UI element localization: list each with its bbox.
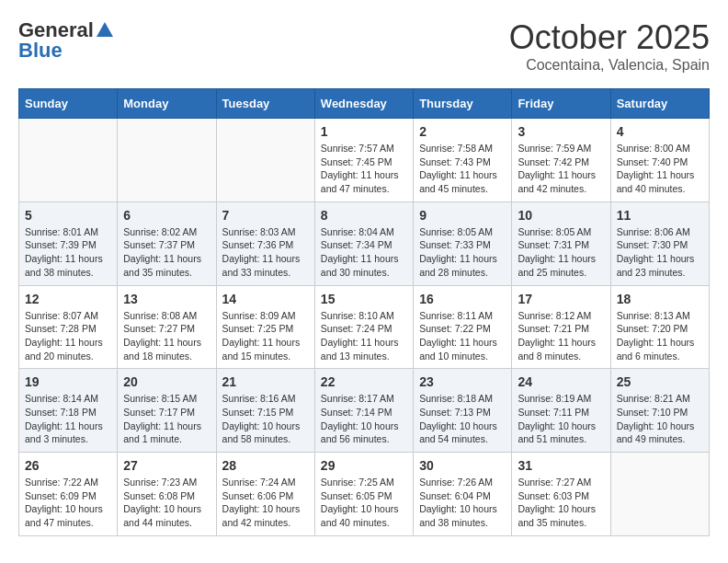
weekday-header-monday: Monday xyxy=(118,89,216,119)
weekday-header-friday: Friday xyxy=(512,89,610,119)
day-number: 17 xyxy=(518,292,604,306)
day-info: Sunrise: 7:26 AMSunset: 6:04 PMDaylight:… xyxy=(419,476,506,530)
day-number: 24 xyxy=(518,374,604,389)
day-info: Sunrise: 7:59 AMSunset: 7:42 PMDaylight:… xyxy=(518,142,604,196)
calendar-cell: 28Sunrise: 7:24 AMSunset: 6:06 PMDayligh… xyxy=(216,453,314,536)
day-info: Sunrise: 8:18 AMSunset: 7:13 PMDaylight:… xyxy=(419,392,506,446)
calendar-cell: 29Sunrise: 7:25 AMSunset: 6:05 PMDayligh… xyxy=(314,453,413,536)
calendar-cell: 8Sunrise: 8:04 AMSunset: 7:34 PMDaylight… xyxy=(314,201,413,285)
calendar-cell: 12Sunrise: 8:07 AMSunset: 7:28 PMDayligh… xyxy=(19,285,118,369)
weekday-header-wednesday: Wednesday xyxy=(314,89,413,119)
day-number: 20 xyxy=(123,374,210,389)
calendar-cell: 23Sunrise: 8:18 AMSunset: 7:13 PMDayligh… xyxy=(414,369,512,453)
day-number: 9 xyxy=(419,208,506,223)
day-number: 18 xyxy=(617,292,703,306)
calendar-cell: 20Sunrise: 8:15 AMSunset: 7:17 PMDayligh… xyxy=(118,369,216,453)
location-subtitle: Cocentaina, Valencia, Spain xyxy=(509,57,710,74)
svg-marker-0 xyxy=(97,22,113,37)
day-number: 27 xyxy=(123,458,210,473)
calendar-cell: 11Sunrise: 8:06 AMSunset: 7:30 PMDayligh… xyxy=(610,201,709,285)
calendar-cell xyxy=(610,453,709,536)
calendar-cell: 27Sunrise: 7:23 AMSunset: 6:08 PMDayligh… xyxy=(118,453,216,536)
logo-blue-text: Blue xyxy=(18,39,63,63)
month-title: October 2025 xyxy=(509,18,710,57)
day-info: Sunrise: 7:24 AMSunset: 6:06 PMDaylight:… xyxy=(222,476,309,530)
day-number: 15 xyxy=(321,292,407,306)
calendar-cell: 25Sunrise: 8:21 AMSunset: 7:10 PMDayligh… xyxy=(610,369,709,453)
day-number: 31 xyxy=(518,458,604,473)
day-info: Sunrise: 8:14 AMSunset: 7:18 PMDaylight:… xyxy=(25,392,111,446)
calendar-cell: 21Sunrise: 8:16 AMSunset: 7:15 PMDayligh… xyxy=(216,369,314,453)
day-number: 28 xyxy=(222,458,309,473)
calendar-cell: 14Sunrise: 8:09 AMSunset: 7:25 PMDayligh… xyxy=(216,285,314,369)
calendar-cell: 6Sunrise: 8:02 AMSunset: 7:37 PMDaylight… xyxy=(118,201,216,285)
day-number: 29 xyxy=(321,458,407,473)
day-number: 8 xyxy=(321,208,407,223)
calendar-cell: 7Sunrise: 8:03 AMSunset: 7:36 PMDaylight… xyxy=(216,201,314,285)
day-info: Sunrise: 8:21 AMSunset: 7:10 PMDaylight:… xyxy=(617,392,703,446)
calendar-cell: 4Sunrise: 8:00 AMSunset: 7:40 PMDaylight… xyxy=(610,119,709,202)
calendar-cell: 26Sunrise: 7:22 AMSunset: 6:09 PMDayligh… xyxy=(19,453,118,536)
calendar-cell: 22Sunrise: 8:17 AMSunset: 7:14 PMDayligh… xyxy=(314,369,413,453)
day-info: Sunrise: 8:13 AMSunset: 7:20 PMDaylight:… xyxy=(617,309,703,363)
day-number: 11 xyxy=(617,208,703,223)
day-info: Sunrise: 8:03 AMSunset: 7:36 PMDaylight:… xyxy=(222,225,309,280)
calendar-cell: 3Sunrise: 7:59 AMSunset: 7:42 PMDaylight… xyxy=(512,119,610,202)
day-number: 10 xyxy=(518,208,604,223)
day-number: 7 xyxy=(222,208,309,223)
weekday-header-sunday: Sunday xyxy=(19,89,118,119)
calendar-cell xyxy=(19,119,118,202)
weekday-header-saturday: Saturday xyxy=(610,89,709,119)
day-info: Sunrise: 7:25 AMSunset: 6:05 PMDaylight:… xyxy=(321,476,407,530)
logo-icon xyxy=(95,20,115,40)
title-area: October 2025 Cocentaina, Valencia, Spain xyxy=(509,18,710,74)
calendar-cell: 16Sunrise: 8:11 AMSunset: 7:22 PMDayligh… xyxy=(414,285,512,369)
day-number: 4 xyxy=(617,124,703,139)
day-info: Sunrise: 8:07 AMSunset: 7:28 PMDaylight:… xyxy=(25,309,111,363)
day-info: Sunrise: 7:57 AMSunset: 7:45 PMDaylight:… xyxy=(321,142,407,196)
day-number: 3 xyxy=(518,124,604,139)
day-info: Sunrise: 8:19 AMSunset: 7:11 PMDaylight:… xyxy=(518,392,604,446)
calendar-cell: 18Sunrise: 8:13 AMSunset: 7:20 PMDayligh… xyxy=(610,285,709,369)
day-number: 22 xyxy=(321,374,407,389)
day-number: 21 xyxy=(222,374,309,389)
day-info: Sunrise: 8:17 AMSunset: 7:14 PMDaylight:… xyxy=(321,392,407,446)
calendar-table: SundayMondayTuesdayWednesdayThursdayFrid… xyxy=(18,88,710,536)
day-info: Sunrise: 8:05 AMSunset: 7:31 PMDaylight:… xyxy=(518,225,604,280)
day-info: Sunrise: 8:09 AMSunset: 7:25 PMDaylight:… xyxy=(222,309,309,363)
day-number: 25 xyxy=(617,374,703,389)
day-info: Sunrise: 8:08 AMSunset: 7:27 PMDaylight:… xyxy=(123,309,210,363)
calendar-cell: 24Sunrise: 8:19 AMSunset: 7:11 PMDayligh… xyxy=(512,369,610,453)
day-number: 19 xyxy=(25,374,111,389)
calendar-week-row: 1Sunrise: 7:57 AMSunset: 7:45 PMDaylight… xyxy=(19,119,710,202)
day-info: Sunrise: 7:23 AMSunset: 6:08 PMDaylight:… xyxy=(123,476,210,530)
calendar-cell: 9Sunrise: 8:05 AMSunset: 7:33 PMDaylight… xyxy=(414,201,512,285)
day-number: 13 xyxy=(123,292,210,306)
calendar-week-row: 19Sunrise: 8:14 AMSunset: 7:18 PMDayligh… xyxy=(19,369,710,453)
logo: General Blue xyxy=(18,18,116,63)
day-info: Sunrise: 8:04 AMSunset: 7:34 PMDaylight:… xyxy=(321,225,407,280)
day-number: 23 xyxy=(419,374,506,389)
day-info: Sunrise: 8:10 AMSunset: 7:24 PMDaylight:… xyxy=(321,309,407,363)
day-number: 12 xyxy=(25,292,111,306)
day-number: 14 xyxy=(222,292,309,306)
day-number: 6 xyxy=(123,208,210,223)
day-info: Sunrise: 8:12 AMSunset: 7:21 PMDaylight:… xyxy=(518,309,604,363)
day-number: 5 xyxy=(25,208,111,223)
calendar-cell: 19Sunrise: 8:14 AMSunset: 7:18 PMDayligh… xyxy=(19,369,118,453)
weekday-header-thursday: Thursday xyxy=(414,89,512,119)
calendar-cell: 10Sunrise: 8:05 AMSunset: 7:31 PMDayligh… xyxy=(512,201,610,285)
weekday-header-row: SundayMondayTuesdayWednesdayThursdayFrid… xyxy=(19,89,710,119)
calendar-week-row: 26Sunrise: 7:22 AMSunset: 6:09 PMDayligh… xyxy=(19,453,710,536)
day-info: Sunrise: 8:02 AMSunset: 7:37 PMDaylight:… xyxy=(123,225,210,280)
day-info: Sunrise: 8:01 AMSunset: 7:39 PMDaylight:… xyxy=(25,225,111,280)
day-number: 16 xyxy=(419,292,506,306)
day-info: Sunrise: 7:22 AMSunset: 6:09 PMDaylight:… xyxy=(25,476,111,530)
calendar-cell xyxy=(118,119,216,202)
day-info: Sunrise: 8:06 AMSunset: 7:30 PMDaylight:… xyxy=(617,225,703,280)
calendar-cell: 30Sunrise: 7:26 AMSunset: 6:04 PMDayligh… xyxy=(414,453,512,536)
calendar-cell: 5Sunrise: 8:01 AMSunset: 7:39 PMDaylight… xyxy=(19,201,118,285)
day-info: Sunrise: 8:05 AMSunset: 7:33 PMDaylight:… xyxy=(419,225,506,280)
day-info: Sunrise: 8:16 AMSunset: 7:15 PMDaylight:… xyxy=(222,392,309,446)
calendar-week-row: 12Sunrise: 8:07 AMSunset: 7:28 PMDayligh… xyxy=(19,285,710,369)
